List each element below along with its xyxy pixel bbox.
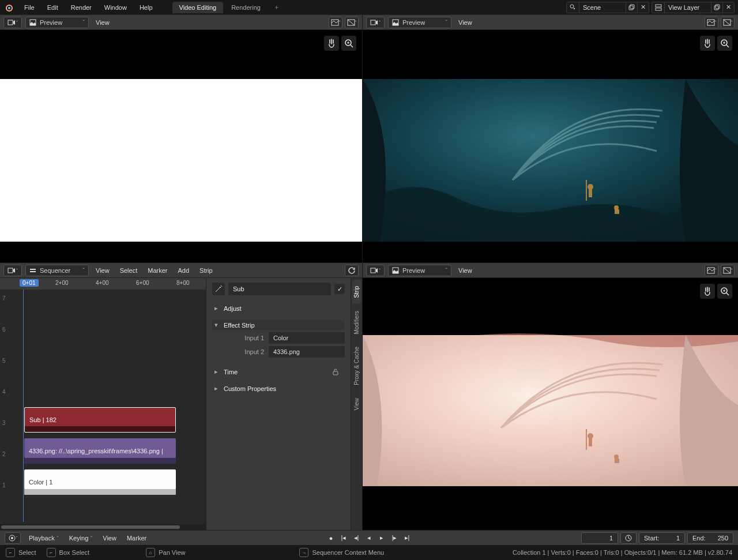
input1-value[interactable]: Color [269,332,345,344]
preview-view-menu[interactable]: View [92,17,113,28]
menu-file[interactable]: File [18,2,40,13]
current-frame-chip[interactable]: 0+01 [20,279,39,287]
menu-playback[interactable]: Playbackˇ [27,533,61,543]
pan-icon[interactable] [700,284,715,299]
preview-view-menu[interactable]: View [455,265,476,276]
play-reverse-icon[interactable]: ◂ [363,532,375,544]
viewlayer-selector[interactable]: View Layer ✕ [652,2,735,13]
preview-canvas-tr[interactable] [363,30,738,262]
strip-name-input[interactable]: Sub [228,283,331,295]
jump-prev-key-icon[interactable]: ◂| [351,532,362,544]
vtab-view[interactable]: View [352,392,361,416]
channel-number: 6 [2,326,6,333]
scene-new-icon[interactable] [626,2,637,13]
mute-checkbox[interactable]: ✓ [334,284,345,294]
menu-keying[interactable]: Keyingˇ [67,533,95,543]
vtab-proxy[interactable]: Proxy & Cache [352,341,361,391]
channel-display-icon[interactable]: ˇ [705,17,718,28]
lmb-icon: ⌐ [6,548,15,557]
sequencer-header: ˇ Sequencer ˇ View Select Marker Add Str… [0,263,362,278]
sequencer-channels[interactable]: 7 6 5 4 3 2 1 Sub | 182 4336.png: //..\s… [0,290,206,522]
seq-menu-select[interactable]: Select [116,265,141,276]
refresh-icon[interactable] [345,265,359,276]
end-frame-input[interactable]: End:250 [687,532,733,544]
menu-edit[interactable]: Edit [42,2,64,13]
seq-menu-view[interactable]: View [92,265,113,276]
overlay-toggle-icon[interactable]: ˇ [721,265,735,276]
lock-icon[interactable] [332,369,342,375]
menu-help[interactable]: Help [134,2,159,13]
panel-effect-strip[interactable]: ▾Effect Strip Input 1 Color Input 2 4336… [212,317,345,363]
playhead[interactable] [23,290,24,522]
record-icon[interactable]: ● [325,532,337,544]
svg-rect-7 [656,8,661,10]
channel-number: 5 [2,358,6,364]
channel-number: 4 [2,389,6,395]
viewlayer-icon [652,2,665,13]
vtab-strip[interactable]: Strip [352,280,361,304]
panel-adjust[interactable]: ▸Adjust [212,300,345,317]
overlay-toggle-icon[interactable]: ˇ [345,17,359,28]
seq-menu-marker[interactable]: Marker [144,265,171,276]
channel-display-icon[interactable]: ˇ [329,17,342,28]
panel-time[interactable]: ▸Time [212,363,345,380]
image-icon [29,19,36,26]
scene-delete-icon[interactable]: ✕ [637,2,649,13]
mmb-icon: ⌂ [146,548,155,557]
lmb-drag-icon: ⌐ [47,548,56,557]
preview-mode-select[interactable]: Preview ˇ [388,265,451,276]
strip-image[interactable]: 4336.png: //..\spring_presskit\frames\43… [24,438,176,464]
seq-menu-add[interactable]: Add [174,265,193,276]
play-icon[interactable]: ▸ [376,532,387,544]
menu-marker[interactable]: Marker [125,533,149,543]
start-frame-input[interactable]: Start:1 [639,532,685,544]
viewlayer-delete-icon[interactable]: ✕ [722,2,734,13]
vtab-modifiers[interactable]: Modifiers [352,305,361,340]
channel-display-icon[interactable]: ˇ [705,265,718,276]
viewlayer-new-icon[interactable] [711,2,722,13]
zoom-icon[interactable] [717,36,732,51]
menu-render[interactable]: Render [65,2,97,13]
zoom-icon[interactable] [341,36,356,51]
sequencer-timeline[interactable]: 0+01 2+00 4+00 6+00 8+00 7 6 5 4 3 2 1 S… [0,278,206,530]
workspace-tab-add-icon[interactable]: ＋ [269,1,284,14]
editor-type-icon[interactable]: ˇ [3,17,22,28]
auto-keying-icon[interactable]: ˇ [5,532,21,544]
svg-line-16 [351,45,353,47]
workspace-tab-video-editing[interactable]: Video Editing [172,2,224,13]
menu-window[interactable]: Window [99,2,133,13]
frame-range-icon[interactable] [620,532,637,544]
area-sequencer: ˇ Sequencer ˇ View Select Marker Add Str… [0,263,362,530]
jump-next-key-icon[interactable]: |▸ [389,532,400,544]
menu-view[interactable]: View [100,533,119,543]
input2-value[interactable]: 4336.png [269,346,345,358]
svg-line-23 [724,20,731,25]
workspace-tab-rendering[interactable]: Rendering [224,2,268,13]
sequencer-ruler[interactable]: 0+01 2+00 4+00 6+00 8+00 [0,278,206,290]
preview-canvas-br[interactable] [363,278,738,530]
zoom-icon[interactable] [717,284,732,299]
preview-mode-select[interactable]: Preview ˇ [25,17,89,28]
editor-type-icon[interactable]: ˇ [366,265,385,276]
pan-icon[interactable] [700,36,715,51]
preview-render-image [363,30,738,262]
editor-type-icon[interactable]: ˇ [3,265,22,276]
current-frame-input[interactable]: 1 [581,532,618,544]
svg-rect-4 [629,6,633,10]
panel-custom-properties[interactable]: ▸Custom Properties [212,380,345,397]
strip-sub[interactable]: Sub | 182 [24,407,176,433]
jump-start-icon[interactable]: |◂ [338,532,349,544]
seq-menu-strip[interactable]: Strip [196,265,216,276]
sequencer-scrollbar[interactable] [0,524,206,530]
strip-color[interactable]: Color | 1 [24,469,176,495]
preview-canvas-tl[interactable] [0,30,362,262]
blender-logo-icon[interactable] [3,2,14,13]
preview-view-menu[interactable]: View [455,17,476,28]
jump-end-icon[interactable]: ▸| [401,532,413,544]
pan-icon[interactable] [324,36,339,51]
preview-mode-select[interactable]: Preview ˇ [388,17,451,28]
editor-type-icon[interactable]: ˇ [366,17,385,28]
overlay-toggle-icon[interactable]: ˇ [721,17,735,28]
sequencer-mode-select[interactable]: Sequencer ˇ [25,265,89,276]
scene-selector[interactable]: Scene ✕ [566,2,649,13]
